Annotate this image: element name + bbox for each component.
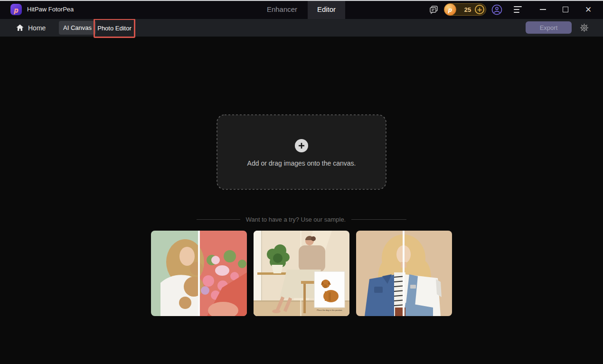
feedback-button[interactable] <box>426 0 441 19</box>
account-button[interactable] <box>490 0 504 19</box>
prompt-divider-right <box>351 219 406 220</box>
tab-photo-editor[interactable]: Photo Editor <box>94 19 135 37</box>
maximize-icon <box>563 7 568 12</box>
sample-image-1[interactable] <box>151 231 247 316</box>
home-button[interactable]: Home <box>16 19 46 37</box>
add-credits-icon: + <box>477 6 482 13</box>
toolbar: Home AI Canvas Photo Editor Export <box>0 19 603 37</box>
menu-icon <box>514 6 522 7</box>
sample-image-3[interactable] <box>356 231 452 316</box>
canvas-area: Add or drag images onto the canvas. Want… <box>0 37 603 364</box>
export-button[interactable]: Export <box>526 21 572 34</box>
app-title: HitPaw FotorPea <box>27 0 74 19</box>
dog-placement-caption: Place the dog in this position <box>317 309 342 311</box>
sample-image-2[interactable]: Place the dog in this position <box>254 231 349 316</box>
close-button[interactable]: ✕ <box>581 0 595 19</box>
sample-prompt-row: Want to have a try? Use our sample. <box>0 216 603 223</box>
coin-icon: p <box>444 3 456 16</box>
add-credits-button[interactable]: + <box>475 5 484 14</box>
credits-count: 25 <box>461 6 475 13</box>
account-icon <box>491 4 502 15</box>
sample-prompt: Want to have a try? Use our sample. <box>246 216 346 223</box>
titlebar: p HitPaw FotorPea Enhancer Editor p 25 + <box>0 0 603 19</box>
prompt-divider-left <box>197 219 240 220</box>
maximize-button[interactable] <box>558 0 573 19</box>
logo-letter: p <box>14 6 18 13</box>
home-label: Home <box>28 24 46 32</box>
app-window: { "titlebar": { "app_title": "HitPaw Fot… <box>0 0 603 364</box>
window-top-edge <box>0 0 603 1</box>
app-logo: p <box>10 4 22 15</box>
minimize-icon <box>540 9 546 10</box>
dropzone-hint: Add or drag images onto the canvas. <box>217 159 386 167</box>
menu-button[interactable] <box>514 0 526 19</box>
image-dropzone[interactable]: Add or drag images onto the canvas. <box>217 114 386 190</box>
settings-gear-icon <box>579 23 589 33</box>
tab-enhancer[interactable]: Enhancer <box>260 0 304 19</box>
minimize-button[interactable] <box>536 0 550 19</box>
home-icon <box>16 24 24 31</box>
tab-editor[interactable]: Editor <box>308 0 345 19</box>
plus-icon <box>295 139 308 152</box>
close-icon: ✕ <box>585 5 592 14</box>
credits-pill[interactable]: p 25 + <box>444 3 486 16</box>
feedback-icon <box>429 5 439 15</box>
settings-button[interactable] <box>578 22 590 34</box>
tab-ai-canvas[interactable]: AI Canvas <box>59 21 96 35</box>
